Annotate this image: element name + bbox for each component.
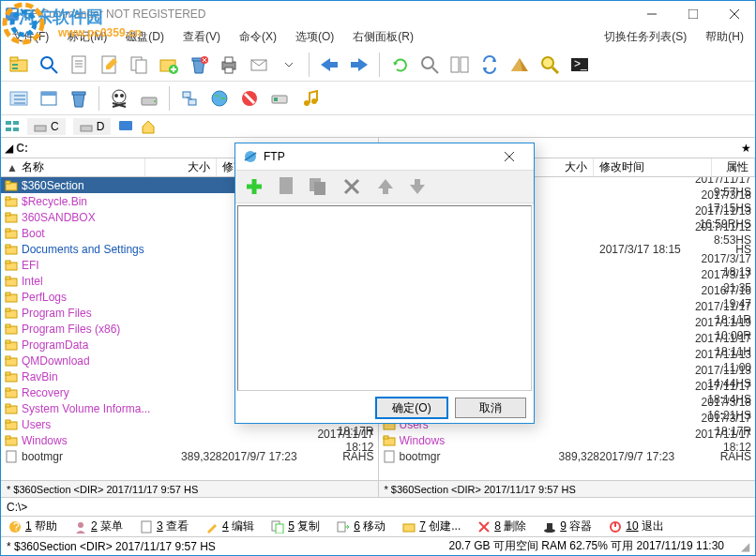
ftp-edit-icon[interactable] bbox=[271, 172, 301, 202]
svg-point-144 bbox=[78, 522, 83, 528]
drive-d-button[interactable]: D bbox=[73, 118, 112, 135]
command-line[interactable]: C:\> bbox=[1, 497, 755, 516]
terminal-icon[interactable]: >_ bbox=[566, 51, 594, 79]
svg-rect-89 bbox=[6, 308, 10, 311]
ftp-add-icon[interactable] bbox=[239, 172, 269, 202]
print-icon[interactable] bbox=[215, 51, 243, 79]
svg-rect-66 bbox=[13, 121, 19, 125]
app-icon bbox=[5, 7, 20, 22]
file-name: bootmgr bbox=[400, 450, 535, 463]
close-button[interactable] bbox=[714, 1, 755, 27]
ftp-delete-icon[interactable] bbox=[337, 172, 367, 202]
ftp-ok-button[interactable]: 确定(O) bbox=[376, 398, 447, 418]
list-item[interactable]: Windows2017/11/17 18:12 bbox=[379, 432, 756, 448]
recycle-bin-icon[interactable] bbox=[65, 84, 93, 113]
back-icon[interactable] bbox=[315, 51, 343, 79]
fn-f6-move[interactable]: 6 移动 bbox=[333, 518, 389, 535]
menu-file[interactable]: 文件(F) bbox=[8, 27, 53, 47]
col-size[interactable]: 大小 bbox=[145, 158, 217, 176]
drive-c-button[interactable]: C bbox=[27, 118, 66, 135]
ftp-copy-icon[interactable] bbox=[303, 172, 333, 202]
new-folder-icon[interactable] bbox=[155, 51, 183, 79]
svg-point-37 bbox=[542, 57, 553, 68]
window-icon[interactable] bbox=[35, 84, 63, 113]
sync-icon[interactable] bbox=[476, 51, 504, 79]
col-attr[interactable]: 属性 bbox=[712, 158, 755, 176]
menu-view[interactable]: 查看(V) bbox=[179, 27, 224, 47]
fn-f8-delete[interactable]: 8 删除 bbox=[474, 518, 530, 535]
menu-disk[interactable]: 磁盘(D) bbox=[122, 27, 168, 47]
tree-view-icon[interactable] bbox=[5, 84, 33, 113]
svg-rect-148 bbox=[338, 522, 345, 532]
fn-f1-help[interactable]: ?1 帮助 bbox=[5, 518, 61, 535]
file-name: bootmgr bbox=[22, 450, 157, 463]
refresh-icon[interactable] bbox=[386, 51, 414, 79]
dropdown-icon[interactable] bbox=[275, 51, 303, 79]
zoom-icon[interactable] bbox=[416, 51, 444, 79]
maximize-button[interactable] bbox=[673, 1, 714, 27]
ftp-list[interactable] bbox=[237, 205, 532, 391]
svg-rect-75 bbox=[6, 197, 10, 200]
fn-f3-view[interactable]: 3 查看 bbox=[136, 518, 192, 535]
folder-icon bbox=[5, 307, 18, 320]
block-icon[interactable] bbox=[235, 84, 264, 113]
mail-icon[interactable] bbox=[245, 51, 273, 79]
svg-rect-65 bbox=[6, 121, 11, 125]
forward-icon[interactable] bbox=[345, 51, 373, 79]
menu-right-panel[interactable]: 右侧面板(R) bbox=[349, 27, 417, 47]
col-name[interactable]: ▲名称 bbox=[1, 158, 145, 176]
fn-f5-copy[interactable]: 5 复制 bbox=[267, 518, 324, 535]
delete-icon[interactable] bbox=[185, 51, 213, 79]
music-icon[interactable] bbox=[295, 84, 324, 113]
ftp-title-bar[interactable]: FTP bbox=[235, 143, 534, 170]
svg-rect-35 bbox=[451, 57, 459, 72]
svg-rect-56 bbox=[189, 99, 196, 105]
network-icon[interactable] bbox=[175, 84, 204, 113]
globe-icon[interactable] bbox=[205, 84, 234, 113]
edit-icon[interactable] bbox=[95, 51, 123, 79]
ftp-toolbar bbox=[235, 170, 534, 203]
minimize-button[interactable] bbox=[631, 1, 673, 27]
document-icon[interactable] bbox=[65, 51, 93, 79]
ftp-cancel-button[interactable]: 取消 bbox=[455, 398, 526, 418]
disk-info-icon[interactable] bbox=[135, 84, 163, 113]
sub-toolbar bbox=[1, 82, 755, 115]
desktop-icon[interactable] bbox=[118, 119, 133, 134]
col-date[interactable]: 修改时间 bbox=[594, 158, 712, 176]
ftp-up-icon[interactable] bbox=[370, 172, 401, 202]
resize-grip-icon[interactable]: ◢ bbox=[741, 540, 749, 553]
pyramid-icon[interactable] bbox=[506, 51, 534, 79]
copy-icon[interactable] bbox=[125, 51, 153, 79]
menu-command[interactable]: 命令(X) bbox=[235, 27, 280, 47]
hdd-icon bbox=[80, 120, 93, 133]
layout-icon[interactable] bbox=[5, 119, 20, 134]
fn-f10-exit[interactable]: 10 退出 bbox=[605, 518, 668, 535]
fn-f9-container[interactable]: 9 容器 bbox=[539, 518, 596, 535]
ftp-down-icon[interactable] bbox=[402, 172, 432, 202]
list-item[interactable]: bootmgr389,3282017/9/7 17:23RAHS bbox=[379, 448, 756, 464]
file-name: Windows bbox=[400, 434, 687, 447]
svg-rect-73 bbox=[6, 181, 10, 184]
ftp-close-button[interactable] bbox=[492, 144, 526, 169]
star-icon[interactable]: ★ bbox=[741, 142, 751, 155]
list-item[interactable]: bootmgr389,3282017/9/7 17:23RAHS bbox=[1, 448, 378, 464]
page-icon bbox=[140, 520, 153, 533]
svg-point-48 bbox=[113, 90, 126, 103]
svg-rect-30 bbox=[225, 57, 233, 63]
compare-icon[interactable] bbox=[446, 51, 474, 79]
skull-icon[interactable] bbox=[105, 84, 133, 113]
folder-view-icon[interactable] bbox=[5, 51, 33, 79]
menu-task-switch[interactable]: 切换任务列表(S) bbox=[600, 27, 690, 47]
menu-help[interactable]: 帮助(H) bbox=[702, 27, 748, 47]
search-drive-icon[interactable] bbox=[536, 51, 564, 79]
drive-icon[interactable] bbox=[265, 84, 294, 113]
menu-options[interactable]: 选项(O) bbox=[292, 27, 338, 47]
search-icon[interactable] bbox=[35, 51, 63, 79]
list-item[interactable]: Windows2017/11/17 18:12 bbox=[1, 432, 378, 448]
menu-mark[interactable]: 标记(M) bbox=[64, 27, 111, 47]
home-icon[interactable] bbox=[141, 119, 156, 134]
fn-f2-menu[interactable]: 2 菜单 bbox=[70, 518, 127, 535]
fn-f7-create[interactable]: 7 创建... bbox=[399, 518, 464, 535]
fn-f4-edit[interactable]: 4 编辑 bbox=[202, 518, 258, 535]
folder-icon bbox=[5, 338, 18, 352]
